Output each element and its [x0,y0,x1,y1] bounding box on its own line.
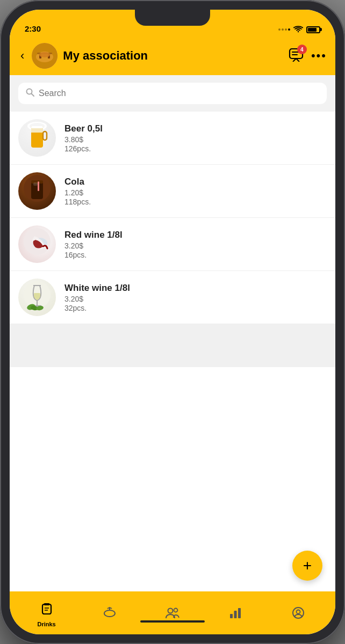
item-info-cola: Cola 1.20$ 118pcs. [64,177,327,206]
whitewine-graphic [24,281,51,313]
phone-screen: 2:30 [10,10,335,634]
nav-item-drinks[interactable]: Drinks [15,599,78,627]
item-price: 1.20$ [64,188,327,197]
nav-item-members[interactable] [141,603,204,623]
avatar-graphic [32,43,58,69]
svg-rect-15 [31,126,43,128]
item-price: 3.80$ [64,135,327,144]
item-info-redwine: Red wine 1/8l 3.20$ 16pcs. [64,230,327,259]
list-spacer [10,324,335,367]
item-name: White wine 1/8l [64,283,327,294]
svg-rect-29 [42,604,51,614]
search-input[interactable] [39,89,319,98]
search-container [10,75,335,112]
signal-icon [278,28,290,31]
svg-point-33 [104,610,115,617]
nav-label-drinks: Drinks [37,621,55,627]
food-icon [103,606,116,623]
nav-item-food[interactable]: Food [78,603,141,623]
app-header: ‹ My association [10,36,335,75]
svg-rect-39 [238,608,241,618]
status-icons [278,26,320,33]
redwine-graphic [24,228,51,260]
nav-item-account[interactable] [267,603,330,623]
svg-point-5 [39,52,50,57]
home-indicator [140,620,205,623]
item-name: Red wine 1/8l [64,230,327,240]
item-stock: 32pcs. [64,304,327,312]
svg-rect-21 [38,181,39,191]
search-icon [26,88,34,99]
svg-rect-20 [33,182,38,186]
list-item[interactable]: Cola 1.20$ 118pcs. [10,165,335,218]
items-list: Beer 0,5l 3.80$ 126pcs. C [10,112,335,591]
account-icon [292,606,305,623]
bottom-nav: Drinks Food [10,591,335,634]
back-button[interactable]: ‹ [18,47,26,65]
drinks-icon [40,602,53,619]
notification-button[interactable]: 4 [289,48,304,64]
list-item[interactable]: Red wine 1/8l 3.20$ 16pcs. [10,218,335,271]
item-price: 3.20$ [64,241,327,250]
item-name: Beer 0,5l [64,123,327,134]
item-stock: 118pcs. [64,197,327,206]
svg-line-10 [32,94,34,97]
notification-badge: 4 [297,45,307,54]
page-title: My association [63,49,283,63]
item-stock: 126pcs. [64,144,327,153]
more-button[interactable]: ••• [311,49,327,63]
item-info-whitewine: White wine 1/8l 3.20$ 32pcs. [64,283,327,312]
svg-rect-38 [234,611,237,618]
search-box [18,83,327,104]
list-item[interactable]: White wine 1/8l 3.20$ 32pcs. [10,271,335,324]
svg-rect-30 [44,603,49,605]
item-image-beer [18,119,56,157]
svg-point-36 [174,609,178,612]
svg-point-41 [297,610,300,614]
svg-point-35 [168,609,173,613]
status-time: 2:30 [25,24,41,33]
phone-frame: 2:30 [0,0,345,644]
list-item[interactable]: Beer 0,5l 3.80$ 126pcs. [10,112,335,165]
avatar-image [32,43,58,69]
notch [135,10,210,26]
avatar [32,43,58,69]
beer-graphic [24,122,51,154]
item-price: 3.20$ [64,295,327,303]
svg-rect-16 [43,131,47,140]
item-stock: 16pcs. [64,251,327,259]
item-name: Cola [64,177,327,187]
item-image-cola [18,172,56,210]
item-info-beer: Beer 0,5l 3.80$ 126pcs. [64,123,327,153]
cola-graphic [24,175,51,207]
battery-icon [306,26,320,33]
nav-item-stats[interactable] [204,603,267,623]
item-image-whitewine [18,279,56,316]
item-image-redwine [18,225,56,263]
add-button[interactable]: + [292,551,322,581]
svg-rect-37 [230,614,233,618]
wifi-icon [293,26,303,33]
header-actions: 4 ••• [289,48,327,64]
stats-icon [229,606,242,623]
